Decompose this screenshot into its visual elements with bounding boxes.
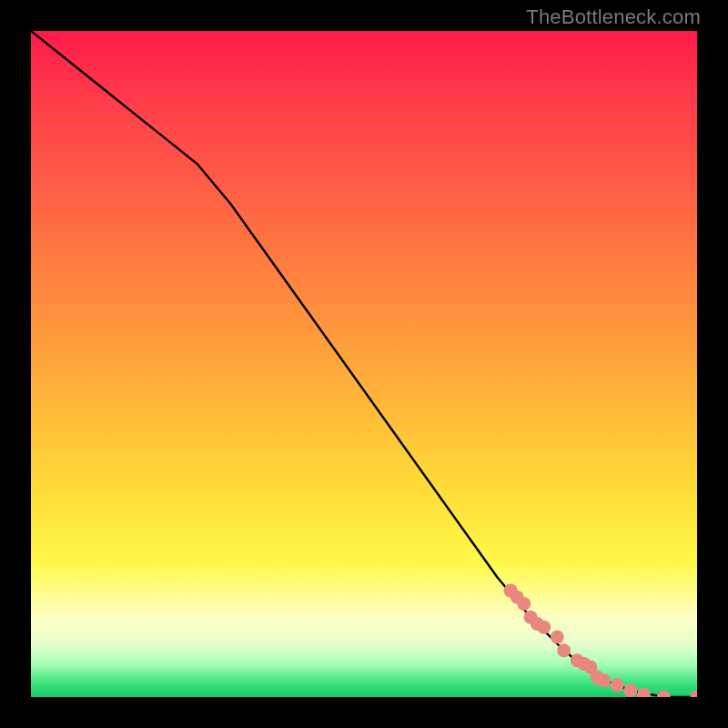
- marker-dot: [657, 691, 671, 698]
- marker-dot: [537, 621, 551, 634]
- chart-frame: TheBottleneck.com: [0, 0, 728, 728]
- watermark-text: TheBottleneck.com: [526, 5, 701, 29]
- marker-dot: [557, 643, 571, 657]
- marker-dot: [691, 691, 698, 698]
- curve-line: [31, 31, 697, 697]
- marker-dot: [551, 631, 564, 644]
- marker-dot: [611, 678, 624, 692]
- marker-group: [504, 583, 697, 697]
- marker-dot: [637, 688, 651, 697]
- marker-dot: [623, 683, 637, 697]
- marker-dot: [517, 597, 531, 611]
- chart-svg: [31, 31, 697, 697]
- marker-dot: [597, 673, 611, 687]
- plot-area: [31, 31, 697, 697]
